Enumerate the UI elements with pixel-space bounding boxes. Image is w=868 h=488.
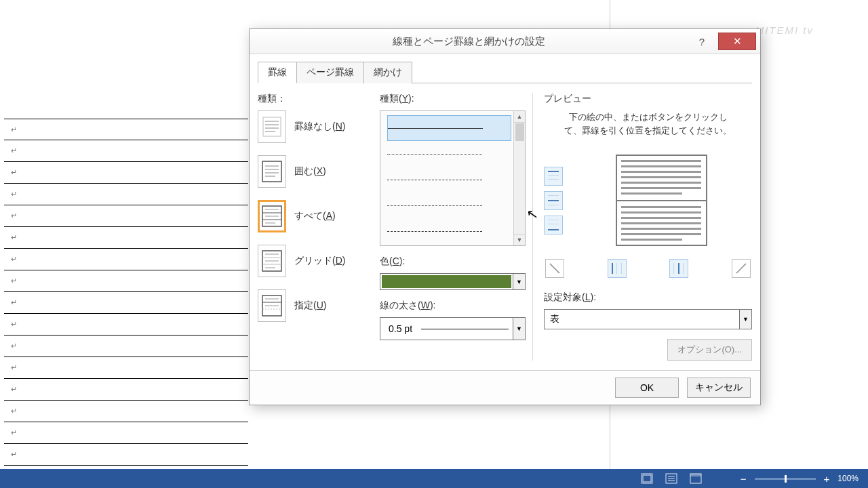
preset-custom-label: 指定(U) bbox=[294, 300, 326, 312]
width-dropdown-arrow[interactable]: ▼ bbox=[513, 318, 525, 340]
svg-rect-42 bbox=[683, 263, 684, 274]
style-label: 種類(Y): bbox=[380, 93, 526, 105]
svg-rect-31 bbox=[548, 200, 559, 201]
cancel-button[interactable]: キャンセル bbox=[687, 378, 751, 398]
color-swatch bbox=[380, 273, 513, 290]
tab-page-border[interactable]: ページ罫線 bbox=[296, 62, 364, 83]
svg-rect-30 bbox=[548, 195, 559, 196]
svg-rect-32 bbox=[548, 205, 559, 205]
svg-rect-27 bbox=[548, 171, 559, 172]
line-style-dashed[interactable] bbox=[387, 167, 511, 192]
color-label: 色(C): bbox=[380, 256, 526, 268]
preset-all-label: すべて(A) bbox=[294, 210, 336, 222]
svg-rect-33 bbox=[548, 220, 559, 220]
border-diag-up-button[interactable] bbox=[732, 259, 751, 278]
view-print-layout-icon[interactable] bbox=[639, 472, 655, 485]
border-diag-down-button[interactable] bbox=[545, 259, 564, 278]
document-table: ↵ ↵ ↵ ↵ ↵ ↵ ↵ ↵ ↵ ↵ ↵ ↵ ↵ ↵ ↵ ↵ bbox=[4, 119, 248, 466]
border-left-button[interactable] bbox=[608, 259, 627, 278]
color-dropdown-arrow[interactable]: ▼ bbox=[513, 273, 526, 290]
svg-rect-34 bbox=[548, 224, 559, 224]
scroll-down-icon[interactable]: ▼ bbox=[514, 234, 525, 245]
svg-rect-5 bbox=[262, 161, 281, 182]
preset-box[interactable]: 囲む(X) bbox=[258, 155, 373, 188]
line-style-dashed2[interactable] bbox=[387, 192, 511, 218]
preset-all-icon bbox=[258, 200, 286, 232]
svg-line-36 bbox=[550, 264, 559, 273]
border-top-button[interactable] bbox=[544, 167, 563, 186]
color-dropdown[interactable]: ▼ bbox=[380, 273, 526, 290]
view-read-mode-icon[interactable] bbox=[663, 472, 679, 485]
width-sample-line bbox=[421, 329, 509, 329]
tab-strip: 罫線 ページ罫線 網かけ bbox=[258, 61, 752, 83]
line-style-dotted[interactable] bbox=[387, 141, 511, 167]
scroll-thumb[interactable] bbox=[515, 123, 524, 141]
apply-to-value: 表 bbox=[545, 313, 739, 325]
border-vcenter-button[interactable] bbox=[669, 259, 688, 278]
setting-label: 種類： bbox=[258, 93, 373, 105]
width-label: 線の太さ(W): bbox=[380, 300, 526, 312]
svg-line-43 bbox=[736, 264, 746, 273]
preset-none[interactable]: 罫線なし(N) bbox=[258, 110, 373, 143]
svg-rect-29 bbox=[548, 179, 559, 180]
preset-all[interactable]: すべて(A) bbox=[258, 200, 373, 232]
watermark: MITEMI tv bbox=[755, 24, 814, 36]
apply-to-arrow[interactable]: ▼ bbox=[739, 310, 751, 329]
preset-grid[interactable]: グリッド(D) bbox=[258, 245, 373, 277]
apply-to-label: 設定対象(L): bbox=[544, 291, 752, 304]
line-style-solid[interactable] bbox=[387, 115, 511, 141]
width-dropdown[interactable]: 0.5 pt ▼ bbox=[380, 317, 526, 340]
svg-rect-40 bbox=[673, 263, 674, 274]
dialog-title: 線種とページ罫線と網かけの設定 bbox=[250, 35, 688, 48]
tab-borders[interactable]: 罫線 bbox=[258, 62, 297, 83]
zoom-in-button[interactable]: + bbox=[824, 473, 830, 485]
zoom-slider[interactable] bbox=[755, 478, 816, 480]
preview-diagram[interactable] bbox=[571, 149, 752, 251]
preset-grid-icon bbox=[258, 245, 286, 277]
borders-shading-dialog: 線種とページ罫線と網かけの設定 ? ✕ 罫線 ページ罫線 網かけ 種類： 罫線な… bbox=[249, 28, 761, 405]
line-style-dashdot[interactable] bbox=[387, 218, 511, 244]
width-value: 0.5 pt bbox=[380, 323, 421, 334]
close-button[interactable]: ✕ bbox=[718, 33, 756, 50]
preview-hint: 下の絵の中、またはボタンをクリックして、罫線を引く位置を指定してください。 bbox=[544, 110, 752, 149]
zoom-out-button[interactable]: − bbox=[741, 473, 747, 485]
zoom-value[interactable]: 100% bbox=[837, 474, 859, 483]
ok-button[interactable]: OK bbox=[615, 378, 679, 398]
svg-rect-37 bbox=[612, 263, 613, 274]
svg-rect-0 bbox=[263, 117, 281, 136]
border-bottom-button[interactable] bbox=[544, 216, 563, 235]
svg-rect-41 bbox=[678, 263, 679, 274]
view-web-layout-icon[interactable] bbox=[688, 472, 704, 485]
preset-custom-icon bbox=[258, 289, 286, 322]
preset-box-icon bbox=[258, 155, 286, 188]
status-bar: − + 100% bbox=[0, 469, 868, 488]
line-style-list[interactable]: ▲ ▼ bbox=[380, 110, 526, 246]
help-button[interactable]: ? bbox=[688, 33, 715, 50]
style-scrollbar[interactable]: ▲ ▼ bbox=[513, 111, 525, 245]
svg-rect-45 bbox=[643, 475, 651, 482]
svg-rect-38 bbox=[616, 263, 617, 274]
titlebar: 線種とページ罫線と網かけの設定 ? ✕ bbox=[250, 29, 760, 54]
preset-grid-label: グリッド(D) bbox=[294, 255, 345, 267]
svg-rect-39 bbox=[621, 263, 622, 274]
preview-label: プレビュー bbox=[544, 93, 752, 105]
svg-rect-28 bbox=[548, 175, 559, 176]
border-hcenter-button[interactable] bbox=[544, 191, 563, 210]
preset-none-icon bbox=[258, 110, 286, 143]
svg-rect-35 bbox=[548, 229, 559, 230]
apply-to-dropdown[interactable]: 表 ▼ bbox=[544, 309, 752, 329]
svg-rect-51 bbox=[690, 474, 701, 476]
preset-box-label: 囲む(X) bbox=[294, 165, 326, 178]
preset-none-label: 罫線なし(N) bbox=[294, 121, 345, 133]
tab-shading[interactable]: 網かけ bbox=[363, 62, 412, 83]
options-button[interactable]: オプション(O)... bbox=[667, 339, 752, 361]
preset-custom[interactable]: 指定(U) bbox=[258, 289, 373, 322]
scroll-up-icon[interactable]: ▲ bbox=[514, 111, 525, 123]
